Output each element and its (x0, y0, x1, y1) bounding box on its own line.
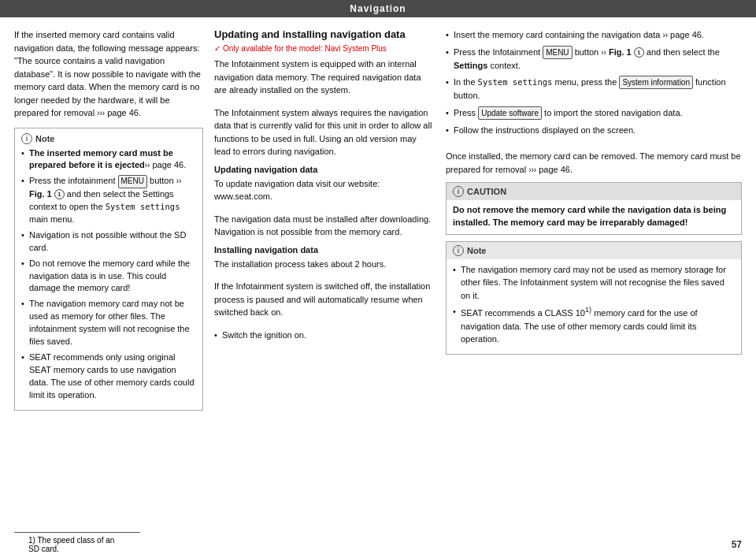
left-note-header: i Note (21, 133, 196, 144)
list-item: In the System settings menu, press the S… (446, 76, 742, 102)
caution-text: Do not remove the memory card while the … (453, 204, 735, 229)
note-icon: i (21, 133, 32, 144)
footnote-area: 1) The speed class of an SD card. (14, 532, 140, 558)
content-area: If the inserted memory card contains val… (0, 17, 756, 532)
list-item: Insert the memory card containing the na… (446, 28, 742, 42)
header-title: Navigation (350, 3, 406, 14)
left-note-box: i Note The inserted memory card must be … (14, 128, 203, 411)
updating-body2: The navigation data must be installed af… (214, 213, 435, 239)
checkmark-icon: ✓ (214, 44, 220, 53)
right-note-label: Note (467, 246, 486, 255)
middle-body1: The Infotainment system is equipped with… (214, 58, 435, 97)
list-item: SEAT recommends only using original SEAT… (21, 352, 196, 402)
right-note-box: i Note The navigation memory card may no… (446, 241, 742, 355)
list-item: Press Update software to import the stor… (446, 106, 742, 120)
list-item: Press the Infotainment MENU button ›› Fi… (446, 46, 742, 73)
updating-body: To update navigation data visit our webs… (214, 177, 435, 203)
availability-text: Only available for the model: Navi Syste… (223, 44, 387, 53)
caution-label: CAUTION (467, 187, 506, 196)
right-note-header: i Note (447, 242, 741, 259)
availability-note: ✓ Only available for the model: Navi Sys… (214, 44, 435, 53)
switch-list: Switch the ignition on. (214, 329, 435, 342)
left-note-list: The inserted memory card must be prepare… (21, 147, 196, 402)
right-column: Insert the memory card containing the na… (446, 28, 742, 524)
left-column: If the inserted memory card contains val… (14, 28, 203, 524)
middle-column: Updating and installing navigation data … (214, 28, 435, 524)
list-item: SEAT recommends a CLASS 101) memory card… (453, 305, 735, 345)
list-item: The inserted memory card must be prepare… (21, 147, 196, 173)
middle-body2: The Infotainment system always requires … (214, 106, 435, 158)
list-item: Follow the instructions displayed on the… (446, 124, 742, 137)
intro-text: If the inserted memory card contains val… (14, 28, 203, 120)
list-item: Press the infotainment MENU button ›› Fi… (21, 175, 196, 225)
caution-box: i CAUTION Do not remove the memory card … (446, 182, 742, 235)
list-item: Do not remove the memory card while the … (21, 258, 196, 296)
right-note-list: The navigation memory card may not be us… (453, 263, 735, 346)
page: Navigation If the inserted memory card c… (0, 0, 756, 558)
caution-icon: i (453, 186, 464, 197)
list-item: Navigation is not possible without the S… (21, 229, 196, 255)
post-install-text: Once installed, the memory card can be r… (446, 150, 742, 176)
installing-title: Installing navigation data (214, 245, 435, 255)
page-number: 57 (732, 539, 742, 550)
caution-header: i CAUTION (447, 183, 741, 200)
list-item: The navigation memory card may not be us… (453, 263, 735, 303)
section-title: Updating and installing navigation data (214, 28, 435, 40)
page-header: Navigation (0, 0, 756, 17)
note-icon2: i (453, 245, 464, 256)
installing-body1: The installation process takes about 2 h… (214, 258, 435, 271)
updating-title: Updating navigation data (214, 165, 435, 174)
footnote-text: 1) The speed class of an SD card. (28, 536, 114, 553)
switch-item: Switch the ignition on. (214, 329, 435, 342)
list-item: The navigation memory card may not be us… (21, 298, 196, 348)
installing-body2: If the Infotainment system is switched o… (214, 280, 435, 319)
left-note-label: Note (35, 134, 54, 143)
right-col-list: Insert the memory card containing the na… (446, 28, 742, 136)
